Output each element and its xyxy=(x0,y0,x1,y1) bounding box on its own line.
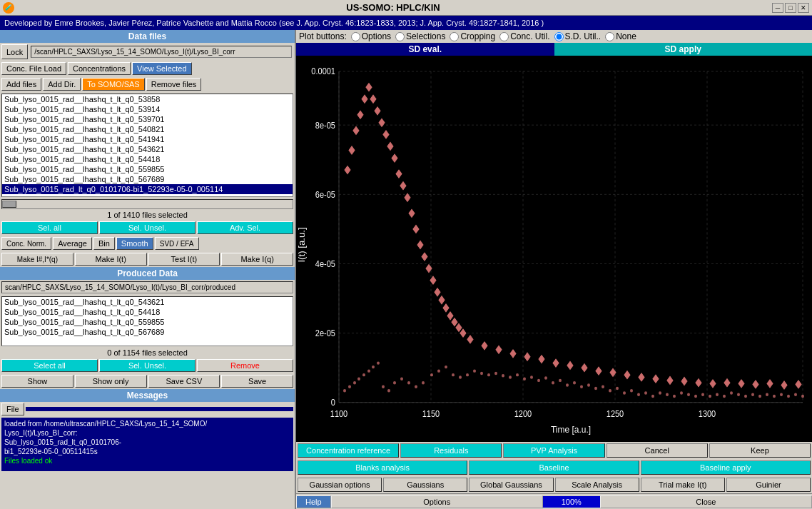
list-item[interactable]: Sub_lyso_0015_rad__lhashq_t_lt_q0_567689 xyxy=(2,174,293,184)
view-selected-button[interactable]: View Selected xyxy=(132,62,192,75)
file-path-display: /scan/HPLC_SAXS/Lyso_15_14_SOMO/Lyso_I(t… xyxy=(31,46,292,58)
keep-button[interactable]: Keep xyxy=(709,443,811,458)
list-item[interactable]: Sub_lyso_0015_rad__lhashq_t_lt_q0_53858 xyxy=(2,94,293,104)
svg-point-116 xyxy=(580,385,583,388)
remove-files-button[interactable]: Remove files xyxy=(146,78,202,91)
save-button[interactable]: Save xyxy=(221,375,293,388)
svg-point-118 xyxy=(594,387,597,390)
message-line: Sub_lyso_0015_rad_lt_q0_0101706- xyxy=(4,438,290,447)
close-button[interactable]: ✕ xyxy=(798,3,809,13)
concentrations-button[interactable]: Concentrations xyxy=(68,62,131,75)
sel-unsel-produced-button[interactable]: Sel. Unsel. xyxy=(99,359,196,372)
add-files-button[interactable]: Add files xyxy=(1,78,41,91)
concentration-reference-button[interactable]: Concentration reference xyxy=(298,443,399,458)
make-q-button[interactable]: Make I(q) xyxy=(221,253,293,266)
close-app-button[interactable]: Close xyxy=(600,495,812,508)
list-item[interactable]: Sub_lyso_0015_rad__lhashq_t_lt_q0_54418 xyxy=(2,154,293,164)
help-button[interactable]: Help xyxy=(296,495,331,508)
chart-area: 0 2e-05 4e-05 6e-05 8e-05 0.0001 1100 11… xyxy=(296,56,812,442)
select-all-produced-button[interactable]: Select all xyxy=(1,359,98,372)
list-item[interactable]: Sub_lyso_0015_rad__lhashq_t_lt_q0_559855 xyxy=(2,164,293,174)
svg-point-117 xyxy=(587,383,590,386)
list-item[interactable]: Sub_lyso_0015_rad__lhashq_t_lt_q0_540821 xyxy=(2,124,293,134)
blanks-analysis-button[interactable]: Blanks analysis xyxy=(298,460,467,475)
residuals-button[interactable]: Residuals xyxy=(400,443,502,458)
make-lt-button[interactable]: Make I(t) xyxy=(75,253,147,266)
svg-point-82 xyxy=(353,381,356,384)
scale-analysis-button[interactable]: Scale Analysis xyxy=(555,478,639,492)
svg-point-134 xyxy=(709,395,711,398)
show-button[interactable]: Show xyxy=(1,375,73,388)
svg-point-141 xyxy=(758,395,761,398)
svg-point-106 xyxy=(509,376,512,378)
radio-conc-util[interactable]: Conc. Util. xyxy=(499,31,549,41)
radio-options[interactable]: Options xyxy=(351,31,391,41)
radio-selections[interactable]: Selections xyxy=(395,31,445,41)
svg-point-86 xyxy=(372,366,375,368)
list-item[interactable]: Sub_lyso_0015_rad__lhashq_t_lt_q0_543621 xyxy=(2,297,293,307)
message-line: Lyso_I(t)/Lyso_BI_corr: xyxy=(4,428,290,438)
add-dir-button[interactable]: Add Dir. xyxy=(43,78,81,91)
radio-none[interactable]: None xyxy=(605,31,636,41)
conc-norm-button[interactable]: Conc. Norm. xyxy=(1,237,51,250)
title-bar-left: 🧪 xyxy=(3,2,14,14)
produced-data-header: Produced Data xyxy=(0,267,295,280)
pvp-analysis-button[interactable]: PVP Analysis xyxy=(503,443,604,458)
list-item[interactable]: Sub_lyso_0015_rad__lhashq_t_lt_q0_53914 xyxy=(2,104,293,114)
sel-unsel-button[interactable]: Sel. Unsel. xyxy=(99,221,196,234)
messages-file-button[interactable]: File xyxy=(1,403,24,415)
gaussian-options-button[interactable]: Gaussian options xyxy=(298,478,382,492)
guinier-button[interactable]: Guinier xyxy=(726,478,811,492)
list-item[interactable]: Sub_lyso_0015_rad__lhashq_t_lt_q0_539701 xyxy=(2,114,293,124)
sel-all-button[interactable]: Sel. all xyxy=(1,221,98,234)
baseline-button[interactable]: Baseline xyxy=(469,460,639,475)
global-gaussians-button[interactable]: Global Gaussians xyxy=(469,478,553,492)
svg-point-110 xyxy=(537,379,540,382)
save-csv-button[interactable]: Save CSV xyxy=(148,375,220,388)
messages-header: Messages xyxy=(0,389,295,402)
svg-point-144 xyxy=(780,393,783,396)
conc-file-load-button[interactable]: Conc. File Load xyxy=(1,62,66,75)
svg-text:0.0001: 0.0001 xyxy=(311,67,335,76)
lock-button[interactable]: Lock xyxy=(1,44,28,59)
svg-point-88 xyxy=(382,385,385,388)
svd-efa-button[interactable]: SVD / EFA xyxy=(155,237,199,250)
svg-point-92 xyxy=(407,381,410,384)
list-item[interactable]: Sub_lyso_0015_rad__lhashq_t_lt_q0_541941 xyxy=(2,134,293,144)
sd-apply-tab[interactable]: SD apply xyxy=(554,43,813,56)
svg-point-120 xyxy=(609,389,611,392)
to-somo-sas-button[interactable]: To SOMO/SAS xyxy=(82,78,144,91)
bottom-row-2: Blanks analysis Baseline Baseline apply xyxy=(296,459,812,476)
smooth-button[interactable]: Smooth xyxy=(116,237,153,250)
radio-cropping[interactable]: Cropping xyxy=(450,31,495,41)
make-row: Make I#,I*(q) Make I(t) Test I(t) Make I… xyxy=(0,251,295,267)
trial-make-lt-button[interactable]: Trial make I(t) xyxy=(641,478,725,492)
svg-point-113 xyxy=(559,379,562,382)
bottom-row-1: Concentration reference Residuals PVP An… xyxy=(296,442,812,459)
adv-sel-button[interactable]: Adv. Sel. xyxy=(197,221,293,234)
maximize-button[interactable]: □ xyxy=(785,3,796,13)
list-item[interactable]: Sub_lyso_0015_rad__lhashq_t_lt_q0_54418 xyxy=(2,307,293,317)
svg-point-85 xyxy=(367,369,370,372)
list-item-selected[interactable]: Sub_lyso_0015_rad_lt_q0_0101706-bi1_5229… xyxy=(2,184,293,194)
add-remove-row: Add files Add Dir. To SOMO/SAS Remove fi… xyxy=(0,76,295,92)
list-item[interactable]: Sub_lyso_0015_rad__lhashq_t_lt_q0_567689 xyxy=(2,327,293,337)
cancel-button[interactable]: Cancel xyxy=(607,443,708,458)
minimize-button[interactable]: ─ xyxy=(772,3,783,13)
test-lt-button[interactable]: Test I(t) xyxy=(148,253,220,266)
show-only-button[interactable]: Show only xyxy=(75,375,147,388)
baseline-apply-button[interactable]: Baseline apply xyxy=(641,460,811,475)
sd-eval-tab[interactable]: SD eval. xyxy=(296,43,554,56)
list-item[interactable]: Sub_lyso_0015_rad__lhashq_t_lt_q0_559855 xyxy=(2,317,293,327)
make-if-ifq-button[interactable]: Make I#,I*(q) xyxy=(1,253,73,266)
remove-produced-button[interactable]: Remove xyxy=(197,359,293,372)
files-scrollbar-h[interactable] xyxy=(1,199,293,209)
options-button[interactable]: Options xyxy=(331,495,543,508)
list-item[interactable]: Sub_lyso_0015_rad__lhashq_t_lt_q0_543621 xyxy=(2,144,293,154)
svg-point-114 xyxy=(566,383,569,386)
conc-view-row: Conc. File Load Concentrations View Sele… xyxy=(0,61,295,76)
radio-sd-util[interactable]: S.D. Util.. xyxy=(554,31,602,41)
average-button[interactable]: Average xyxy=(53,237,92,250)
bin-button[interactable]: Bin xyxy=(93,237,115,250)
gaussians-button[interactable]: Gaussians xyxy=(383,478,467,492)
